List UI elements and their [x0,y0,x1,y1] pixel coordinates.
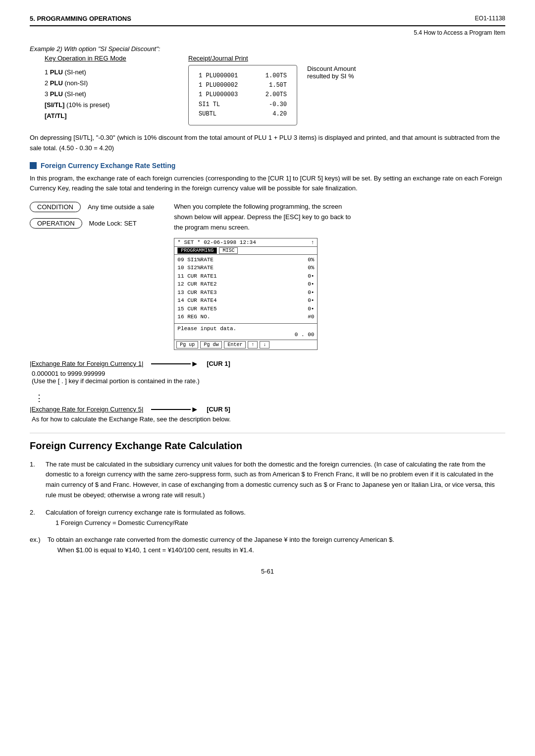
tab-programming: PROGRAMMING [177,247,217,254]
right-description: When you complete the following programm… [174,202,352,233]
key-operation-items: 1 PLU (SI-net) 2 PLU (non-SI) 3 PLU (SI-… [45,67,159,121]
screen-rows: 09 SI1%RATE0% 10 SI2%RATE0% 11 CUR RATE1… [174,255,317,323]
exchange-rate-5-section: |Exchange Rate for Foreign Currency 5| ►… [30,406,505,423]
arrow-5: ► [151,406,199,413]
section-body: In this program, the exchange rate of ea… [30,174,505,194]
condition-badge: CONDITION [30,202,81,212]
section-icon [30,162,37,169]
tab-misc: MISC [219,247,238,254]
numbered-list: 1. The rate must be calculated in the su… [30,460,505,556]
condition-text: Any time outside a sale [88,203,154,211]
down-arrow-button[interactable]: ↓ [260,341,269,349]
screen-title: * SET * 02-06-1998 12:34 [177,239,256,245]
pg-dw-button[interactable]: Pg dw [200,341,222,349]
screen-footer: Pg up Pg dw Enter ↑ ↓ [174,340,317,349]
sub-header-text: 5.4 How to Access a Program Item [414,29,505,36]
arrow-1: ► [151,360,199,368]
screen-display: * SET * 02-06-1998 12:34 ↑ PROGRAMMING M… [174,238,318,350]
list-item-1: 1. The rate must be calculated in the su… [30,460,505,501]
receipt-box: 1 PLU0000011.00TS 1 PLU0000021.50T 1 PLU… [188,65,297,125]
section-title: 5. PROGRAMMING OPERATIONS [30,15,131,22]
receipt-note: Discount Amount resulted by SI % [297,65,356,80]
scroll-indicator: ↑ [311,239,315,245]
cur5-key: [CUR 5] [207,406,230,413]
section-heading: Foreign Currency Exchange Rate Setting [30,162,505,170]
exchange5-label: |Exchange Rate for Foreign Currency 5| [30,406,143,413]
key-operation-header: Key Operation in REG Mode [45,55,159,62]
operation-text: Mode Lock: SET [89,220,137,227]
exchange1-range: 0.000001 to 9999.999999 [32,370,505,377]
list-item-2: 2. Calculation of foreign currency excha… [30,508,505,528]
screen-input: Please input data. 0 . 00 [174,323,317,340]
up-arrow-button[interactable]: ↑ [248,341,258,349]
list-item-ex: ex.) To obtain an exchange rate converte… [30,535,505,556]
example-title: Example 2) With option "SI Special Disco… [30,45,505,53]
enter-button[interactable]: Enter [224,341,246,349]
pg-up-button[interactable]: Pg up [176,341,198,349]
exchange1-label: |Exchange Rate for Foreign Currency 1| [30,360,143,367]
receipt-header: Receipt/Journal Print [188,55,356,62]
ellipsis: ⋮ [35,393,505,404]
exchange5-note: As for how to calculate the Exchange Rat… [32,415,505,423]
main-heading: Foreign Currency Exchange Rate Calculati… [30,433,505,452]
cur1-key: [CUR 1] [207,360,230,367]
operation-badge: OPERATION [30,218,82,229]
exchange1-note: (Use the [ . ] key if decimal portion is… [32,377,505,385]
doc-number: EO1-11138 [475,15,505,22]
page-number: 5-61 [30,568,505,575]
paragraph1: On depressing [SI/TL], "-0.30" (which is… [30,133,505,154]
exchange-rate-1-section: |Exchange Rate for Foreign Currency 1| ►… [30,360,505,385]
